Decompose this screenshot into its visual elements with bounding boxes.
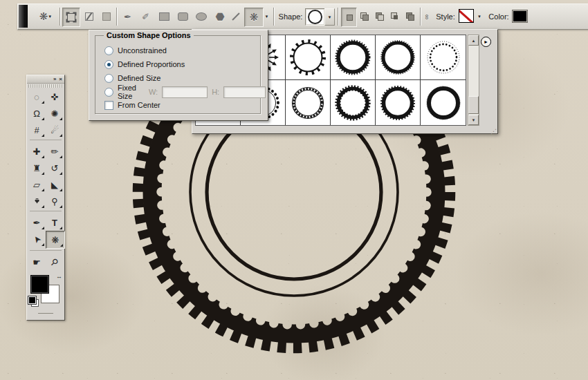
tool-custom-shape[interactable]: ❋ <box>46 231 65 249</box>
tool-dodge[interactable]: ⚲ <box>46 193 64 209</box>
tool-healing-brush[interactable]: ✚ <box>28 143 46 160</box>
ellipse-tool-button[interactable] <box>193 8 210 26</box>
elliptical-marquee-icon: ◌ <box>34 92 39 102</box>
style-dropdown[interactable]: ▼ <box>475 8 484 26</box>
rectangle-tool-button[interactable] <box>156 8 172 26</box>
clone-stamp-icon: ♜ <box>33 163 41 173</box>
tool-path-selection[interactable]: ➤ <box>28 231 46 247</box>
color-swatch-button[interactable] <box>512 10 528 23</box>
path-selection-icon: ➤ <box>30 233 44 245</box>
shape-thumb-stars-dotted-circle[interactable] <box>421 35 466 80</box>
tool-pen[interactable]: ✒ <box>28 214 46 231</box>
shape-thumb-beaded-chain-circle[interactable] <box>286 80 331 125</box>
foreground-color-swatch[interactable] <box>30 275 49 294</box>
tool-crop[interactable]: # <box>28 122 46 138</box>
scroll-down-button[interactable]: ▼ <box>468 115 479 125</box>
pen-tool-button[interactable]: ✒ <box>119 8 136 26</box>
polygon-tool-button[interactable]: ⬣ <box>212 8 228 26</box>
shape-thumb-gear-ring-heavy[interactable] <box>331 80 376 125</box>
create-new-shape-layer-button[interactable] <box>341 8 357 27</box>
width-field[interactable] <box>162 86 208 98</box>
tool-type[interactable]: T <box>46 214 64 231</box>
shape-thumb-toothed-ring-fine[interactable] <box>376 35 421 80</box>
separator <box>420 8 421 26</box>
intersect-shape-areas-button[interactable] <box>387 8 402 26</box>
rounded-rectangle-tool-button[interactable] <box>174 8 191 26</box>
add-to-shape-area-button[interactable] <box>357 8 371 26</box>
shape-tools-dropdown[interactable]: ▼ <box>263 8 270 26</box>
shape-thumb-plain-ring[interactable] <box>421 80 466 125</box>
option-defined-proportions[interactable]: Defined Proportions <box>104 59 185 69</box>
option-fixed-size[interactable]: Fixed Size W: H: <box>104 87 258 97</box>
tool-magic-wand[interactable]: ✺ <box>46 105 64 122</box>
option-defined-size[interactable]: Defined Size <box>104 73 160 83</box>
exclude-overlapping-shape-areas-button[interactable] <box>403 8 417 26</box>
option-unconstrained[interactable]: Unconstrained <box>104 46 167 55</box>
link-style-icon[interactable]: ∞ <box>423 8 432 26</box>
mode-shape-layers-button[interactable] <box>62 8 80 27</box>
options-bar-grip[interactable] <box>19 5 28 28</box>
radio-defined-proportions[interactable] <box>104 60 113 69</box>
resize-grip-icon[interactable]: ⋰ <box>490 128 497 135</box>
tool-hand[interactable]: ☛ <box>28 254 46 270</box>
collapse-icon[interactable]: » <box>53 77 56 82</box>
radio-defined-size[interactable] <box>104 74 113 83</box>
radio-fixed-size[interactable] <box>104 88 113 97</box>
line-tool-button[interactable] <box>229 8 243 26</box>
tool-preset-picker[interactable]: ❋ ▼ <box>33 8 58 26</box>
height-field[interactable] <box>223 86 266 98</box>
shape-grid-scrollbar[interactable]: ▲ ▼ <box>468 35 479 126</box>
tool-clone-stamp[interactable]: ♜ <box>28 160 46 176</box>
tool-palette: » × ◌ ✜ Ω ✺ # ☄ ✚ ✏ ♜ ↺ ▱ ◣ ♠ ⚲ ✒ T ➤ ❋ … <box>26 75 65 321</box>
tool-zoom[interactable]: ⚲ <box>46 254 64 270</box>
mode-paths-button[interactable] <box>81 8 98 26</box>
tool-lasso[interactable]: Ω <box>28 105 46 122</box>
shape-picker-dropdown[interactable]: ▼ <box>324 8 335 26</box>
tool-paint-bucket[interactable]: ◣ <box>46 176 64 193</box>
picker-menu-button[interactable]: ► <box>481 37 491 47</box>
option-label: Defined Proportions <box>118 60 185 68</box>
separator <box>59 8 61 26</box>
eyedropper-icon: ☄ <box>50 125 59 135</box>
color-label: Color: <box>486 8 511 26</box>
panel-title: Custom Shape Options <box>104 31 194 39</box>
shape-thumb-gear-ring[interactable] <box>376 80 421 125</box>
chevron-down-icon: ▼ <box>477 15 481 19</box>
tool-history-brush[interactable]: ↺ <box>46 160 64 176</box>
style-swatch-button[interactable] <box>459 9 474 23</box>
custom-shape-tool-icon: ❋ <box>39 10 48 23</box>
shape-thumb-toothed-ring[interactable] <box>331 35 376 80</box>
tool-brush[interactable]: ✏ <box>46 143 64 160</box>
chevron-down-icon: ▼ <box>48 15 52 19</box>
palette-drag-grip[interactable] <box>28 84 63 88</box>
subtract-from-shape-area-button[interactable] <box>372 8 387 26</box>
default-colors-icon[interactable] <box>28 296 39 307</box>
scrollbar-thumb[interactable] <box>468 96 479 114</box>
swap-colors-icon[interactable]: ↔ <box>56 273 62 280</box>
palette-title-bar[interactable]: » × <box>27 75 64 84</box>
tool-move[interactable]: ✜ <box>46 88 64 105</box>
chevron-down-icon: ▼ <box>328 15 332 19</box>
scroll-up-button[interactable]: ▲ <box>468 35 479 46</box>
freeform-pen-tool-button[interactable]: ✐ <box>137 8 154 26</box>
mode-fill-pixels-button[interactable] <box>99 8 114 26</box>
no-style-icon <box>459 9 474 23</box>
tool-eraser[interactable]: ▱ <box>28 176 46 193</box>
lasso-icon: Ω <box>33 108 40 119</box>
tool-eyedropper[interactable]: ☄ <box>46 122 64 138</box>
crop-icon: # <box>34 125 39 135</box>
shape-thumb-sun-seal-circle[interactable] <box>286 35 331 80</box>
tool-elliptical-marquee[interactable]: ◌ <box>28 88 46 105</box>
subtract-shape-icon <box>376 12 384 21</box>
option-from-center[interactable]: From Center <box>104 100 160 110</box>
shape-preview-button[interactable] <box>305 8 325 26</box>
custom-shape-tool-button[interactable]: ❋ <box>244 8 264 27</box>
width-label: W: <box>149 88 158 96</box>
radio-unconstrained[interactable] <box>104 46 113 55</box>
close-icon[interactable]: × <box>59 77 62 82</box>
tool-blur[interactable]: ♠ <box>28 193 46 209</box>
pen-icon: ✒ <box>124 12 131 22</box>
separator <box>273 8 275 26</box>
paths-icon <box>85 12 93 21</box>
from-center-checkbox[interactable] <box>104 101 113 110</box>
